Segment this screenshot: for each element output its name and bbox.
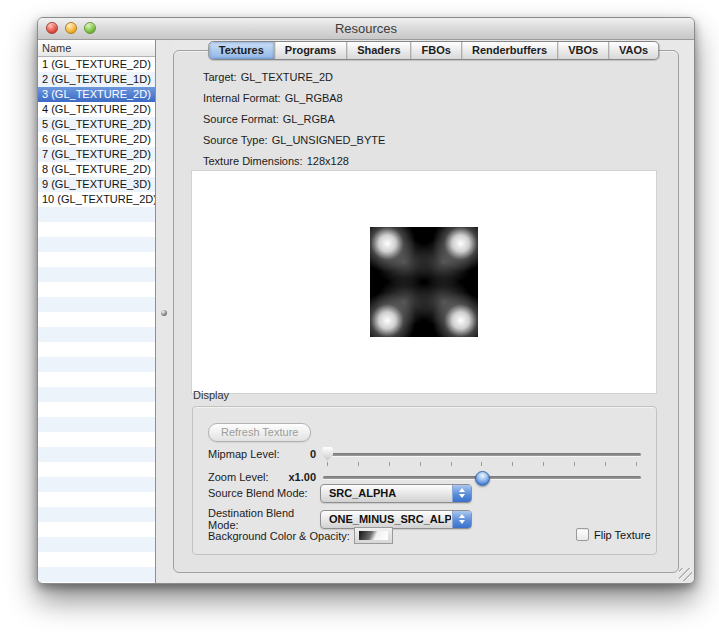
- empty-list-row: [38, 252, 155, 267]
- empty-list-row: [38, 567, 155, 582]
- tab-renderbuffers[interactable]: Renderbuffers: [461, 42, 557, 59]
- textures-tab-panel: Target:GL_TEXTURE_2D Internal Format:GL_…: [173, 50, 679, 573]
- list-item[interactable]: 8 (GL_TEXTURE_2D): [38, 162, 155, 177]
- main-panel: TexturesProgramsShadersFBOsRenderbuffers…: [173, 40, 694, 583]
- tab-shaders[interactable]: Shaders: [346, 42, 410, 59]
- tab-fbos[interactable]: FBOs: [411, 42, 461, 59]
- mipmap-slider-thumb[interactable]: [322, 447, 333, 461]
- source-blend-row: Source Blend Mode: SRC_ALPHA: [208, 484, 641, 502]
- empty-list-row: [38, 387, 155, 402]
- list-item[interactable]: 5 (GL_TEXTURE_2D): [38, 117, 155, 132]
- list-item[interactable]: 6 (GL_TEXTURE_2D): [38, 132, 155, 147]
- sidebar-splitter[interactable]: [156, 40, 173, 583]
- zoom-level-label: Zoom Level:: [208, 471, 284, 483]
- mipmap-slider-track[interactable]: [323, 453, 641, 456]
- empty-list-row: [38, 432, 155, 447]
- display-section-label: Display: [193, 389, 229, 401]
- list-item[interactable]: 10 (GL_TEXTURE_2D): [38, 192, 155, 207]
- list-item[interactable]: 2 (GL_TEXTURE_1D): [38, 72, 155, 87]
- flip-texture-control: Flip Texture: [576, 528, 651, 541]
- popup-arrows-icon: [452, 511, 471, 528]
- empty-list-row: [38, 342, 155, 357]
- empty-list-row: [38, 312, 155, 327]
- empty-list-row: [38, 207, 155, 222]
- popup-arrows-icon: [452, 485, 471, 502]
- empty-list-row: [38, 477, 155, 492]
- zoom-level-value: x1.00: [284, 471, 323, 483]
- info-source-format: Source Format:GL_RGBA: [203, 109, 385, 130]
- empty-list-row: [38, 492, 155, 507]
- list-item[interactable]: 4 (GL_TEXTURE_2D): [38, 102, 155, 117]
- tab-textures[interactable]: Textures: [209, 42, 274, 59]
- info-source-type: Source Type:GL_UNSIGNED_BYTE: [203, 130, 385, 151]
- empty-list-row: [38, 507, 155, 522]
- mipmap-slider-ticks: [327, 462, 637, 466]
- info-internal-format: Internal Format:GL_RGBA8: [203, 88, 385, 109]
- tab-vaos[interactable]: VAOs: [608, 42, 658, 59]
- source-blend-label: Source Blend Mode:: [208, 487, 320, 499]
- info-target: Target:GL_TEXTURE_2D: [203, 67, 385, 88]
- list-item[interactable]: 1 (GL_TEXTURE_2D): [38, 57, 155, 72]
- background-color-label: Background Color & Opacity:: [208, 530, 350, 542]
- mipmap-level-value: 0: [284, 448, 323, 460]
- mipmap-level-row: Mipmap Level: 0: [208, 446, 641, 462]
- tab-bar: TexturesProgramsShadersFBOsRenderbuffers…: [208, 41, 659, 60]
- resources-window: Resources Name 1 (GL_TEXTURE_2D)2 (GL_TE…: [37, 17, 695, 584]
- destination-blend-row: Destination Blend Mode: ONE_MINUS_SRC_AL…: [208, 510, 641, 528]
- empty-list-row: [38, 282, 155, 297]
- resource-sidebar: Name 1 (GL_TEXTURE_2D)2 (GL_TEXTURE_1D)3…: [38, 40, 156, 583]
- resize-grip[interactable]: [679, 568, 692, 581]
- empty-list-row: [38, 417, 155, 432]
- empty-list-row: [38, 372, 155, 387]
- tab-vbos[interactable]: VBOs: [557, 42, 608, 59]
- splitter-dimple-icon[interactable]: [161, 310, 167, 316]
- empty-list-row: [38, 357, 155, 372]
- empty-list-row: [38, 267, 155, 282]
- empty-list-row: [38, 402, 155, 417]
- empty-list-row: [38, 522, 155, 537]
- background-color-well[interactable]: [354, 527, 393, 544]
- list-item[interactable]: 9 (GL_TEXTURE_3D): [38, 177, 155, 192]
- tab-programs[interactable]: Programs: [274, 42, 346, 59]
- empty-list-row: [38, 222, 155, 237]
- zoom-level-row: Zoom Level: x1.00: [208, 469, 641, 485]
- mipmap-level-label: Mipmap Level:: [208, 448, 284, 460]
- texture-list: 1 (GL_TEXTURE_2D)2 (GL_TEXTURE_1D)3 (GL_…: [38, 57, 155, 583]
- list-item[interactable]: 3 (GL_TEXTURE_2D): [38, 87, 155, 102]
- info-texture-dimensions: Texture Dimensions:128x128: [203, 151, 385, 172]
- display-group-box: Refresh Texture Mipmap Level: 0 Zoom: [192, 406, 657, 555]
- opacity-gradient-swatch: [359, 531, 388, 540]
- title-bar[interactable]: Resources: [38, 18, 694, 40]
- empty-list-row: [38, 327, 155, 342]
- flip-texture-checkbox[interactable]: [576, 528, 589, 541]
- texture-preview-area: [191, 170, 657, 394]
- mipmap-level-slider[interactable]: [323, 446, 641, 462]
- name-column-header[interactable]: Name: [38, 40, 155, 57]
- empty-list-row: [38, 237, 155, 252]
- texture-image[interactable]: [370, 227, 478, 337]
- window-title: Resources: [38, 18, 694, 39]
- empty-list-row: [38, 297, 155, 312]
- list-item[interactable]: 7 (GL_TEXTURE_2D): [38, 147, 155, 162]
- zoom-level-slider[interactable]: [323, 469, 641, 485]
- empty-list-row: [38, 447, 155, 462]
- texture-info: Target:GL_TEXTURE_2D Internal Format:GL_…: [203, 67, 385, 172]
- empty-list-row: [38, 462, 155, 477]
- empty-list-row: [38, 552, 155, 567]
- destination-blend-dropdown[interactable]: ONE_MINUS_SRC_ALPHA: [320, 510, 472, 529]
- flip-texture-label: Flip Texture: [594, 529, 651, 541]
- refresh-texture-button[interactable]: Refresh Texture: [208, 423, 311, 442]
- source-blend-dropdown[interactable]: SRC_ALPHA: [320, 484, 472, 503]
- empty-list-row: [38, 537, 155, 552]
